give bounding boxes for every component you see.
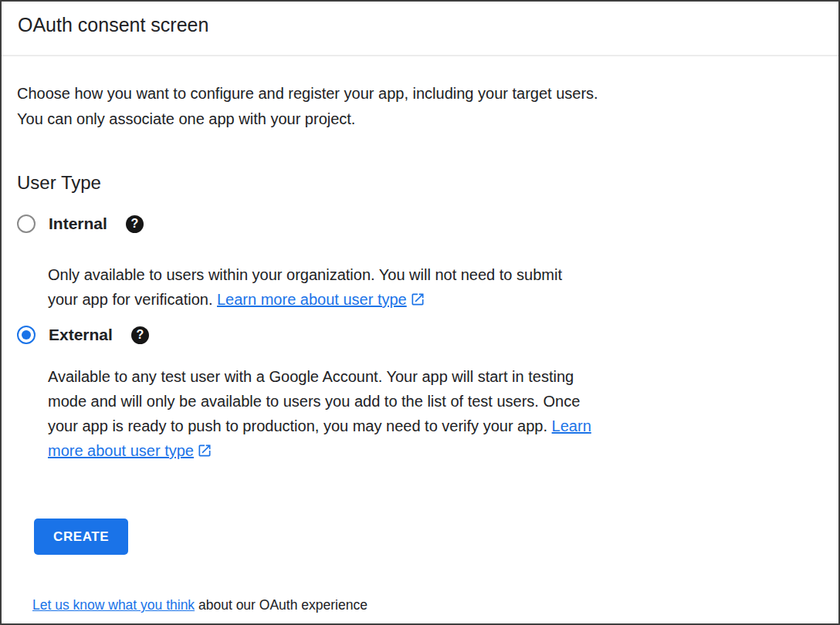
radio-option-internal[interactable]: Internal ? — [17, 215, 820, 233]
open-in-new-icon — [410, 292, 425, 307]
internal-option-label[interactable]: Internal — [49, 215, 107, 233]
radio-internal-unselected[interactable] — [17, 215, 36, 233]
help-icon[interactable]: ? — [131, 326, 149, 344]
page-title: OAuth consent screen — [18, 14, 838, 36]
learn-more-link-internal[interactable]: Learn more about user type — [217, 291, 425, 308]
radio-dot — [22, 330, 31, 340]
external-option-label[interactable]: External — [49, 326, 113, 344]
feedback-text: about our OAuth experience — [195, 597, 368, 613]
intro-text: Choose how you want to configure and reg… — [17, 81, 623, 132]
radio-dot — [22, 219, 31, 228]
header-divider — [2, 55, 838, 56]
external-description-text: Available to any test user with a Google… — [48, 368, 580, 434]
radio-external-selected[interactable] — [17, 326, 36, 344]
user-type-heading: User Type — [17, 172, 820, 194]
external-option-description: Available to any test user with a Google… — [48, 364, 592, 463]
feedback-footer: Let us know what you think about our OAu… — [32, 596, 820, 613]
help-icon[interactable]: ? — [126, 215, 144, 233]
open-in-new-icon — [197, 443, 212, 458]
oauth-consent-page: OAuth consent screen Choose how you want… — [0, 0, 840, 625]
feedback-link[interactable]: Let us know what you think — [32, 597, 195, 613]
page-content: Choose how you want to configure and reg… — [2, 81, 838, 613]
radio-option-external[interactable]: External ? — [17, 326, 820, 344]
internal-option-description: Only available to users within your orga… — [48, 262, 592, 312]
create-button[interactable]: CREATE — [34, 519, 128, 555]
learn-more-link-label[interactable]: Learn more about user type — [217, 291, 407, 308]
